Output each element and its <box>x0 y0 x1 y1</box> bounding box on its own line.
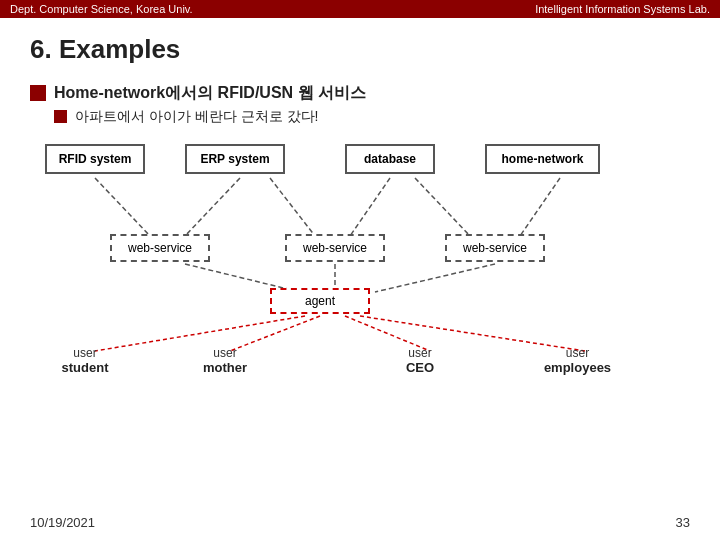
footer: 10/19/2021 33 <box>30 515 690 530</box>
header-left: Dept. Computer Science, Korea Univ. <box>10 3 193 15</box>
erp-system-box: ERP system <box>185 144 285 174</box>
svg-line-5 <box>520 178 560 236</box>
web-service-box-3: web-service <box>445 234 545 262</box>
page-content: 6. Examples Home-network에서의 RFID/USN 웹 서… <box>0 18 720 432</box>
page-title: 6. Examples <box>30 34 690 65</box>
agent-box: agent <box>270 288 370 314</box>
database-box: database <box>345 144 435 174</box>
user-employees-role: employees <box>530 360 625 375</box>
bullet-icon-1 <box>30 85 46 101</box>
web-service-box-2: web-service <box>285 234 385 262</box>
sub-bullet-icon-1 <box>54 110 67 123</box>
user-employees-box: user employees <box>530 346 625 375</box>
svg-line-3 <box>350 178 390 236</box>
rfid-system-box: RFID system <box>45 144 145 174</box>
user-employees-label: user <box>530 346 625 360</box>
footer-page: 33 <box>676 515 690 530</box>
user-ceo-box: user CEO <box>385 346 455 375</box>
user-mother-box: user mother <box>185 346 265 375</box>
svg-line-0 <box>95 178 150 236</box>
sub-bullet-item-1: 아파트에서 아이가 베란다 근처로 갔다! <box>54 108 690 126</box>
bullet-text-1: Home-network에서의 RFID/USN 웹 서비스 <box>54 83 366 104</box>
web-service-box-1: web-service <box>110 234 210 262</box>
svg-line-4 <box>415 178 470 236</box>
user-student-box: user student <box>45 346 125 375</box>
svg-line-2 <box>270 178 315 236</box>
diagram: RFID system ERP system database home-net… <box>30 136 690 416</box>
user-ceo-label: user <box>385 346 455 360</box>
footer-date: 10/19/2021 <box>30 515 95 530</box>
user-mother-role: mother <box>185 360 265 375</box>
header-right: Intelligent Information Systems Lab. <box>535 3 710 15</box>
header-bar: Dept. Computer Science, Korea Univ. Inte… <box>0 0 720 18</box>
svg-line-8 <box>375 264 495 292</box>
home-network-box: home-network <box>485 144 600 174</box>
sub-bullet-text-1: 아파트에서 아이가 베란다 근처로 갔다! <box>75 108 318 126</box>
user-student-label: user <box>45 346 125 360</box>
bullet-item-1: Home-network에서의 RFID/USN 웹 서비스 <box>30 83 690 104</box>
svg-line-1 <box>185 178 240 236</box>
user-student-role: student <box>45 360 125 375</box>
user-mother-label: user <box>185 346 265 360</box>
user-ceo-role: CEO <box>385 360 455 375</box>
